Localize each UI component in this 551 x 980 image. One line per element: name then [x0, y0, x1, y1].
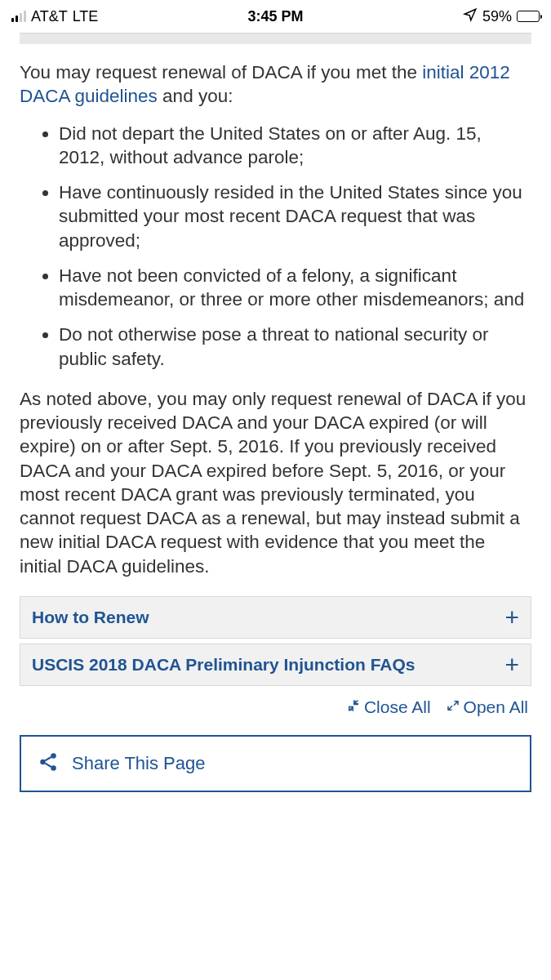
- status-left: AT&T LTE: [11, 8, 98, 25]
- intro-prefix: You may request renewal of DACA if you m…: [20, 62, 422, 82]
- list-item: Have not been convicted of a felony, a s…: [59, 264, 531, 312]
- criteria-list: Did not depart the United States on or a…: [20, 122, 531, 371]
- list-item: Did not depart the United States on or a…: [59, 122, 531, 170]
- location-icon: [463, 7, 478, 26]
- accordion-title: USCIS 2018 DACA Preliminary Injunction F…: [32, 655, 415, 675]
- list-item: Have continuously resided in the United …: [59, 180, 531, 252]
- status-right: 59%: [463, 7, 540, 26]
- expand-icon: [446, 697, 460, 717]
- battery-percent: 59%: [482, 8, 512, 25]
- intro-suffix: and you:: [158, 86, 233, 106]
- status-bar: AT&T LTE 3:45 PM 59%: [0, 0, 551, 33]
- close-all-label: Close All: [364, 697, 431, 717]
- accordion-title: How to Renew: [32, 608, 149, 627]
- clock: 3:45 PM: [247, 8, 303, 25]
- accordion-toggle-row: Close All Open All: [20, 691, 531, 730]
- open-all-button[interactable]: Open All: [446, 697, 528, 717]
- accordion-faqs[interactable]: USCIS 2018 DACA Preliminary Injunction F…: [20, 644, 531, 686]
- open-all-label: Open All: [464, 697, 528, 717]
- carrier-label: AT&T: [31, 8, 68, 25]
- note-paragraph: As noted above, you may only request ren…: [20, 387, 531, 578]
- svg-point-2: [51, 765, 56, 771]
- collapse-icon: [346, 697, 361, 717]
- expand-icon: +: [504, 605, 519, 630]
- share-icon: [38, 751, 59, 776]
- expand-icon: +: [504, 653, 519, 677]
- network-label: LTE: [73, 8, 99, 25]
- share-panel[interactable]: Share This Page: [20, 735, 531, 792]
- intro-paragraph: You may request renewal of DACA if you m…: [20, 60, 531, 109]
- page-content: You may request renewal of DACA if you m…: [0, 33, 551, 792]
- collapsed-header-strip[interactable]: [20, 33, 531, 44]
- svg-point-1: [40, 760, 46, 765]
- svg-point-0: [51, 753, 56, 759]
- battery-icon: [517, 11, 540, 22]
- accordion-how-to-renew[interactable]: How to Renew +: [20, 596, 531, 639]
- share-label: Share This Page: [72, 753, 205, 774]
- list-item: Do not otherwise pose a threat to nation…: [59, 323, 531, 371]
- signal-icon: [11, 11, 26, 22]
- close-all-button[interactable]: Close All: [346, 697, 431, 717]
